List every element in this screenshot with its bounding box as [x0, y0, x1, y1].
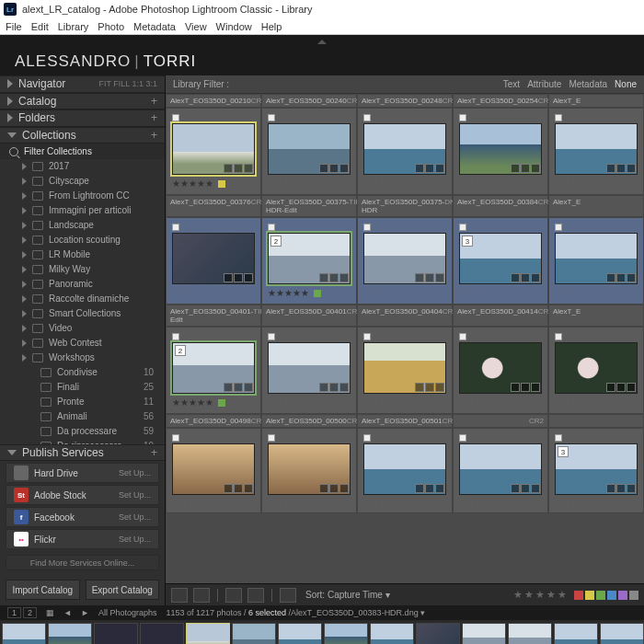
- grid-cell[interactable]: · · · · ·: [357, 108, 453, 195]
- thumbnail[interactable]: [172, 123, 255, 175]
- loupe-view-icon[interactable]: [193, 588, 210, 603]
- grid-cell[interactable]: · · · · ·: [548, 108, 644, 195]
- thumbnail[interactable]: [459, 123, 542, 175]
- pick-flag[interactable]: [555, 333, 562, 340]
- grid-cell[interactable]: · · · · ·: [357, 327, 453, 414]
- panel-navigator[interactable]: Navigator FIT FILL 1:1 3:1: [0, 75, 165, 93]
- color-swatch[interactable]: [574, 591, 583, 600]
- filmstrip-thumb[interactable]: [48, 623, 92, 644]
- panel-folders[interactable]: Folders+: [0, 109, 165, 127]
- collection[interactable]: Pronte11: [0, 395, 165, 409]
- collection-set[interactable]: Video: [0, 321, 165, 336]
- thumbnail[interactable]: [268, 443, 351, 495]
- library-filter-bar[interactable]: Library Filter : TextAttributeMetadataNo…: [166, 75, 644, 94]
- thumbnail[interactable]: [363, 342, 446, 394]
- grid-cell[interactable]: 3· · · · ·: [548, 428, 644, 513]
- menu-view[interactable]: View: [185, 21, 207, 32]
- pick-flag[interactable]: [268, 224, 275, 231]
- filmstrip-thumb[interactable]: [462, 623, 506, 644]
- pick-flag[interactable]: [172, 333, 179, 340]
- grid-cell[interactable]: 2★★★★★: [166, 327, 261, 414]
- pick-flag[interactable]: [268, 114, 275, 121]
- grid-cell[interactable]: · · · · ·: [261, 428, 357, 513]
- filmstrip-thumb[interactable]: [416, 623, 460, 644]
- secondary-display[interactable]: 12: [7, 607, 37, 618]
- thumbnail[interactable]: [268, 342, 351, 394]
- publish-service[interactable]: ••FlickrSet Up...: [6, 529, 159, 549]
- nav-back-icon[interactable]: ◄: [63, 608, 72, 617]
- grid-cell[interactable]: 3· · · · ·: [453, 217, 548, 305]
- pick-flag[interactable]: [363, 114, 371, 121]
- menu-metadata[interactable]: Metadata: [133, 21, 176, 32]
- thumbnail[interactable]: [459, 443, 542, 495]
- filmstrip-thumb[interactable]: [94, 623, 138, 644]
- pick-flag[interactable]: [459, 224, 466, 231]
- pick-flag[interactable]: [555, 224, 562, 231]
- collection-set[interactable]: Workshops: [0, 351, 165, 365]
- collection-set[interactable]: From Lightroom CC: [0, 189, 165, 203]
- painter-icon[interactable]: [225, 588, 242, 603]
- grid-cell[interactable]: · · · · ·: [453, 428, 548, 513]
- grid-mode-icon[interactable]: ▦: [46, 608, 54, 617]
- grid-cell[interactable]: · · · · ·: [548, 217, 644, 305]
- menu-window[interactable]: Window: [216, 21, 252, 32]
- color-swatch[interactable]: [607, 591, 616, 600]
- grid-cell[interactable]: · · · · ·: [261, 108, 357, 195]
- pick-flag[interactable]: [555, 114, 562, 121]
- grid-cell[interactable]: · · · · ·: [453, 327, 548, 414]
- filter-text[interactable]: Text: [503, 79, 520, 89]
- color-swatch[interactable]: [629, 591, 638, 600]
- import-catalog-button[interactable]: Import Catalog: [6, 580, 80, 600]
- collection-set[interactable]: Raccolte dinamiche: [0, 292, 165, 306]
- nav-fwd-icon[interactable]: ►: [81, 608, 89, 617]
- source-indicator[interactable]: All Photographs: [98, 608, 157, 617]
- pick-flag[interactable]: [172, 114, 179, 121]
- top-panel-toggle[interactable]: [0, 35, 644, 48]
- menu-edit[interactable]: Edit: [31, 21, 49, 32]
- filmstrip-thumb[interactable]: [324, 623, 368, 644]
- collection-set[interactable]: Immagini per articoli: [0, 203, 165, 218]
- thumbnail[interactable]: [172, 443, 255, 495]
- filter-none[interactable]: None: [615, 79, 637, 89]
- collection-set[interactable]: Web Contest: [0, 336, 165, 351]
- menu-help[interactable]: Help: [261, 21, 282, 32]
- grid-cell[interactable]: · · · · ·: [166, 428, 261, 513]
- collection[interactable]: Finali25: [0, 380, 165, 395]
- thumbnail[interactable]: [268, 123, 351, 175]
- filmstrip-thumb[interactable]: [554, 623, 598, 644]
- thumbnail[interactable]: 2: [268, 233, 351, 284]
- collection[interactable]: Animali56: [0, 409, 165, 424]
- collection-set[interactable]: LR Mobile: [0, 247, 165, 262]
- color-swatch[interactable]: [596, 591, 605, 600]
- thumbnail[interactable]: [459, 342, 542, 394]
- thumbnail[interactable]: 3: [555, 443, 638, 495]
- thumbnail[interactable]: [555, 233, 638, 284]
- collection-set[interactable]: Cityscape: [0, 174, 165, 189]
- filter-attribute[interactable]: Attribute: [527, 79, 561, 89]
- pick-flag[interactable]: [172, 434, 179, 442]
- filmstrip-thumb[interactable]: [140, 623, 184, 644]
- pick-flag[interactable]: [268, 434, 275, 442]
- export-catalog-button[interactable]: Export Catalog: [86, 580, 160, 600]
- rating-filter[interactable]: ★★★★★: [513, 589, 638, 601]
- menu-photo[interactable]: Photo: [98, 21, 124, 32]
- grid-cell[interactable]: · · · · ·: [261, 327, 357, 414]
- filmstrip-thumb[interactable]: [232, 623, 276, 644]
- publish-service[interactable]: StAdobe StockSet Up...: [6, 485, 159, 505]
- panel-catalog[interactable]: Catalog+: [0, 93, 165, 110]
- filter-metadata[interactable]: Metadata: [569, 79, 607, 89]
- panel-collections[interactable]: Collections+: [0, 127, 165, 144]
- pick-flag[interactable]: [459, 434, 466, 442]
- thumbnail[interactable]: 2: [172, 342, 255, 394]
- pick-flag[interactable]: [363, 434, 371, 442]
- grid-view-icon[interactable]: [171, 588, 188, 603]
- collection-set[interactable]: Panoramic: [0, 277, 165, 292]
- grid-cell[interactable]: · · · · ·: [357, 428, 453, 513]
- pick-flag[interactable]: [555, 434, 562, 442]
- filmstrip[interactable]: [0, 620, 644, 644]
- pick-flag[interactable]: [459, 114, 466, 121]
- collection-set[interactable]: Milky Way: [0, 262, 165, 277]
- menu-library[interactable]: Library: [58, 21, 89, 32]
- find-more-services[interactable]: Find More Services Online...: [6, 555, 159, 570]
- thumbnail[interactable]: [363, 233, 446, 284]
